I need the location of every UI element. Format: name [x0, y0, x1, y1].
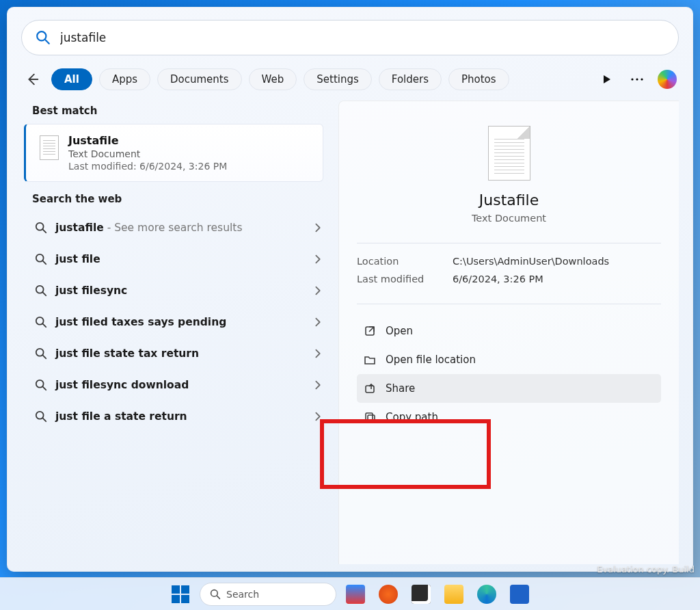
best-match-type: Text Document	[68, 148, 227, 159]
web-suggestions-list: justafile - See more search resultsjust …	[21, 212, 329, 432]
filter-pill-web[interactable]: Web	[249, 68, 297, 90]
separator	[357, 304, 661, 304]
best-match-heading: Best match	[32, 105, 329, 117]
chevron-right-icon	[312, 222, 323, 234]
play-icon	[602, 75, 612, 84]
action-label: Copy path	[386, 411, 438, 423]
action-open[interactable]: Open	[357, 317, 661, 345]
web-suggestion-label: justafile	[55, 222, 104, 234]
chevron-right-icon	[312, 379, 323, 391]
best-match-title: Justafile	[68, 134, 227, 147]
web-suggestion[interactable]: justafile - See more search results	[21, 212, 329, 243]
taskbar-edge[interactable]	[473, 581, 500, 608]
detail-actions: OpenOpen file locationShareCopy path	[357, 317, 661, 432]
separator	[357, 243, 661, 243]
action-label: Open file location	[386, 354, 476, 366]
back-button[interactable]	[21, 72, 44, 87]
detail-modified-value: 6/6/2024, 3:26 PM	[453, 274, 543, 284]
web-suggestion-label: just file state tax return	[55, 347, 199, 360]
search-web-heading: Search the web	[32, 193, 329, 205]
start-button[interactable]	[167, 581, 194, 608]
search-icon	[35, 347, 47, 360]
best-match-modified: Last modified: 6/6/2024, 3:26 PM	[68, 161, 227, 172]
taskbar-file-explorer[interactable]	[440, 581, 468, 608]
copilot-button[interactable]	[656, 68, 679, 91]
more-button[interactable]	[625, 68, 649, 91]
taskbar-app-1[interactable]	[342, 581, 369, 608]
filter-pill-settings[interactable]: Settings	[304, 68, 372, 90]
web-suggestion[interactable]: just filed taxes says pending	[21, 306, 329, 338]
taskbar: Search	[0, 577, 700, 610]
filter-pill-all[interactable]: All	[51, 68, 92, 90]
best-match-result[interactable]: Justafile Text Document Last modified: 6…	[24, 124, 323, 182]
taskbar-search-placeholder: Search	[226, 589, 259, 600]
task-view-icon	[412, 585, 431, 604]
search-icon	[35, 316, 47, 328]
detail-modified-label: Last modified	[357, 274, 453, 284]
results-left-column: Best match Justafile Text Document Last …	[21, 101, 329, 564]
web-suggestion-label: just filed taxes says pending	[55, 316, 226, 328]
web-suggestion-hint: - See more search results	[104, 222, 243, 234]
action-label: Share	[386, 382, 415, 395]
svg-point-12	[641, 78, 643, 80]
taskbar-microsoft-store[interactable]	[506, 581, 533, 608]
search-icon	[35, 253, 47, 265]
share-icon	[364, 382, 376, 395]
edge-icon	[477, 585, 496, 604]
web-suggestion-label: just filesync download	[55, 379, 189, 391]
web-suggestion-label: just file	[55, 253, 100, 265]
folder-icon	[364, 354, 376, 366]
detail-subtitle: Text Document	[357, 213, 661, 224]
action-label: Open	[386, 325, 413, 337]
detail-title: Justafile	[357, 191, 661, 209]
web-suggestion[interactable]: just filesync	[21, 275, 329, 306]
filter-pill-folders[interactable]: Folders	[379, 68, 442, 90]
taskbar-search[interactable]: Search	[200, 583, 336, 606]
detail-modified-row: Last modified 6/6/2024, 3:26 PM	[357, 274, 661, 284]
filter-pill-apps[interactable]: Apps	[99, 68, 150, 90]
taskbar-task-view[interactable]	[407, 581, 435, 608]
svg-point-10	[631, 78, 633, 80]
text-document-icon	[40, 135, 59, 160]
search-icon	[35, 284, 47, 297]
play-button[interactable]	[595, 68, 619, 91]
folder-icon	[444, 585, 463, 604]
search-icon	[35, 379, 47, 391]
search-icon	[35, 222, 47, 234]
filter-row: AllAppsDocumentsWebSettingsFoldersPhotos	[21, 68, 679, 91]
filter-pill-documents[interactable]: Documents	[157, 68, 242, 90]
app-icon	[346, 585, 365, 604]
detail-location-label: Location	[357, 256, 453, 267]
web-suggestion[interactable]: just file	[21, 243, 329, 275]
chevron-right-icon	[312, 253, 323, 265]
search-icon	[35, 410, 47, 423]
web-suggestion[interactable]: just file state tax return	[21, 338, 329, 369]
search-icon	[210, 589, 221, 600]
copilot-icon	[658, 70, 677, 89]
detail-location-row: Location C:\Users\AdminUser\Downloads	[357, 256, 661, 267]
web-suggestion-label: just filesync	[55, 284, 127, 297]
windows-search-panel: AllAppsDocumentsWebSettingsFoldersPhotos…	[7, 7, 693, 572]
search-input[interactable]	[60, 31, 664, 44]
action-copy-path[interactable]: Copy path	[357, 403, 661, 432]
open-icon	[364, 325, 376, 337]
action-share[interactable]: Share	[357, 374, 661, 403]
taskbar-app-2[interactable]	[375, 581, 402, 608]
chevron-right-icon	[312, 347, 323, 360]
svg-point-11	[636, 78, 638, 80]
search-box[interactable]	[21, 20, 679, 55]
svg-marker-9	[604, 75, 610, 83]
arrow-left-icon	[25, 72, 40, 87]
store-icon	[510, 585, 529, 604]
filter-pill-photos[interactable]: Photos	[448, 68, 509, 90]
details-pane: Justafile Text Document Location C:\User…	[338, 101, 679, 564]
windows-logo-icon	[172, 585, 189, 603]
web-suggestion[interactable]: just filesync download	[21, 369, 329, 401]
action-open-file-location[interactable]: Open file location	[357, 345, 661, 374]
ellipsis-icon	[630, 77, 644, 81]
search-icon	[36, 30, 51, 45]
file-icon-large	[488, 126, 530, 181]
app-icon	[379, 585, 398, 604]
web-suggestion[interactable]: just file a state return	[21, 401, 329, 432]
chevron-right-icon	[312, 284, 323, 297]
